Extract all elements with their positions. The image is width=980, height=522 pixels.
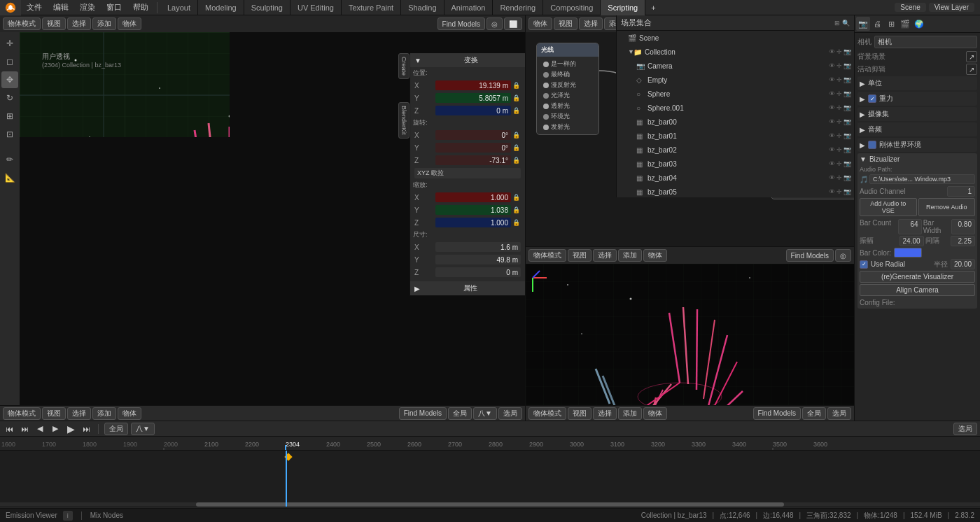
spacing-field[interactable]: 2.25	[951, 236, 975, 246]
tab-rendering[interactable]: Rendering	[493, 0, 543, 15]
outliner-item-bz03[interactable]: ▦ bz_bar03 👁✛📷	[617, 157, 854, 171]
tab-shading[interactable]: Shading	[401, 0, 444, 15]
outliner-vis-bz05[interactable]: 👁✛📷	[829, 188, 851, 195]
view-layer-selector[interactable]: View Layer	[929, 3, 974, 12]
attrs-header[interactable]: ▶ 属性	[410, 281, 525, 295]
props-tab-output[interactable]: 🖨	[870, 17, 884, 31]
camera-field[interactable]: 相机	[874, 36, 977, 48]
move-tool[interactable]: ✥	[1, 71, 18, 88]
outliner-vis-sphere001[interactable]: 👁✛📷	[829, 104, 851, 111]
find-models[interactable]: Find Models	[438, 17, 485, 30]
timeline-tracks[interactable]	[0, 451, 980, 507]
transform-header[interactable]: ▼ 变换	[410, 53, 525, 67]
menu-render[interactable]: 渲染	[74, 0, 101, 15]
timeline-playhead[interactable]	[286, 451, 287, 507]
cursor-tool[interactable]: ✛	[1, 35, 18, 52]
scene-selector[interactable]: Scene	[895, 3, 925, 12]
outliner-vis-bz02[interactable]: 👁✛📷	[829, 146, 851, 153]
size-y-field[interactable]: 49.8 m	[435, 255, 521, 264]
active-clip-expand[interactable]: ↗	[966, 64, 977, 75]
outliner-item-bz02[interactable]: ▦ bz_bar02 👁✛📷	[617, 143, 854, 157]
cam-bottom-add[interactable]: 添加	[618, 407, 642, 420]
menu-window[interactable]: 窗口	[101, 0, 127, 15]
cam-bottom-overlay[interactable]: 选局	[827, 407, 851, 420]
bottom-select2[interactable]: 选局	[498, 407, 522, 420]
pos-x-lock[interactable]: 🔒	[511, 80, 521, 90]
pos-y-lock[interactable]: 🔒	[511, 93, 521, 103]
radius-field[interactable]: 20.00	[951, 259, 975, 269]
overlay-btn[interactable]: ◎	[486, 17, 503, 30]
rot-y-field[interactable]: 0°	[435, 143, 511, 153]
amplitude-field[interactable]: 24.00	[899, 236, 924, 246]
vis-cursor-sphere[interactable]: ✛	[836, 90, 842, 97]
audio-channel-field[interactable]: 1	[947, 186, 975, 197]
cam-select[interactable]: 选择	[593, 249, 617, 262]
timeline-options[interactable]: 八▼	[131, 423, 155, 435]
pos-z-field[interactable]: 0 m	[435, 106, 511, 115]
tab-texture-paint[interactable]: Texture Paint	[342, 0, 401, 15]
pos-x-field[interactable]: 19.139 m	[435, 80, 511, 90]
node-view[interactable]: 视图	[554, 17, 578, 30]
annotate-tool[interactable]: ✏	[1, 151, 18, 168]
cam-add[interactable]: 添加	[618, 249, 642, 262]
outliner-item-scene[interactable]: 🎬 Scene	[617, 31, 854, 45]
transform-tool[interactable]: ⊡	[1, 126, 18, 143]
node-select[interactable]: 选择	[579, 17, 603, 30]
rot-x-field[interactable]: 0°	[435, 130, 511, 140]
timeline-content[interactable]: 1600 1700 1800 1900 2000 2100 2200 2304 …	[0, 437, 980, 507]
tab-animation[interactable]: Animation	[444, 0, 493, 15]
tab-layout[interactable]: Layout	[160, 0, 198, 15]
cam-bottom-keyframe[interactable]: 全局	[802, 407, 826, 420]
bottom-view[interactable]: 视图	[42, 407, 66, 420]
cam-mode[interactable]: 物体模式	[528, 249, 566, 262]
rigid-world-checkbox[interactable]	[868, 141, 876, 149]
cam-bottom-mode[interactable]: 物体模式	[528, 407, 566, 420]
bottom-add[interactable]: 添加	[92, 407, 116, 420]
play-end[interactable]: ⏭	[80, 423, 92, 435]
bottom-mode-selector[interactable]: 物体模式	[3, 407, 41, 420]
node-light[interactable]: 光线 是一样的 最终确 漫反射光 光泽光 透射光 环境光 发射光	[536, 43, 599, 135]
viewport-camera[interactable]: 物体模式 视图 选择 添加 物体 Find Models ◎ 相机透视 (230…	[525, 246, 854, 421]
outliner-item-bz04[interactable]: ▦ bz_bar04 👁✛📷	[617, 171, 854, 185]
props-tab-world[interactable]: 🌍	[912, 17, 926, 31]
rotate-tool[interactable]: ↻	[1, 90, 18, 106]
vis-render-empty[interactable]: 📷	[844, 76, 851, 83]
generate-btn[interactable]: (re)Generate Visualizer	[860, 271, 975, 283]
bottom-overlay2[interactable]: 八▼	[473, 407, 497, 420]
outliner-vis-bz04[interactable]: 👁✛📷	[829, 174, 851, 181]
outliner-item-bz01[interactable]: ▦ bz_bar01 👁✛📷	[617, 129, 854, 143]
vis-cursor[interactable]: ✛	[836, 48, 842, 55]
scale-y-field[interactable]: 1.038	[435, 205, 511, 215]
tab-modeling[interactable]: Modeling	[198, 0, 244, 15]
vis-cursor-cam[interactable]: ✛	[836, 62, 842, 69]
menu-file[interactable]: 文件	[21, 0, 48, 15]
timeline-scrollbar-thumb[interactable]	[196, 502, 784, 507]
scale-tool[interactable]: ⊞	[1, 108, 18, 125]
align-camera-btn[interactable]: Align Camera	[860, 284, 975, 296]
outliner-item-sphere[interactable]: ○ Sphere 👁 ✛ 📷	[617, 87, 854, 101]
timeline-scrollbar[interactable]	[0, 502, 980, 507]
cam-bottom-view[interactable]: 视图	[568, 407, 592, 420]
outliner-item-bz05[interactable]: ▦ bz_bar05 👁✛📷	[617, 185, 854, 196]
size-x-field[interactable]: 1.6 m	[435, 242, 521, 252]
measure-tool[interactable]: 📐	[1, 169, 18, 186]
units-section-header[interactable]: ▶单位	[858, 76, 977, 90]
bar-count-field[interactable]: 64	[898, 219, 922, 234]
play-next-frame[interactable]: ▶	[49, 423, 62, 435]
select-tool[interactable]: ◻	[1, 53, 18, 70]
rot-z-field[interactable]: -73.1°	[435, 155, 511, 165]
props-tab-scene[interactable]: 🎬	[898, 17, 912, 31]
outliner-vis-camera[interactable]: 👁 ✛ 📷	[829, 62, 851, 69]
select-menu[interactable]: 选择	[67, 17, 91, 30]
outliner-item-bz00[interactable]: ▦ bz_bar00 👁✛📷	[617, 115, 854, 129]
node-mode[interactable]: 物体	[528, 17, 552, 30]
shading-btn[interactable]: ⬜	[504, 17, 522, 30]
audio-section-header[interactable]: ▶音频	[858, 122, 977, 136]
remove-audio-btn[interactable]: Remove Audio	[918, 198, 976, 216]
create-tab[interactable]: Create	[398, 53, 410, 79]
bottom-object[interactable]: 物体	[118, 407, 141, 420]
collections-section-header[interactable]: ▶摄像集	[858, 107, 977, 121]
outliner-item-camera[interactable]: 📷 Camera 👁 ✛ 📷	[617, 59, 854, 73]
outliner-item-empty[interactable]: ◇ Empty 👁 ✛ 📷	[617, 73, 854, 87]
object-menu[interactable]: 物体	[118, 17, 141, 30]
